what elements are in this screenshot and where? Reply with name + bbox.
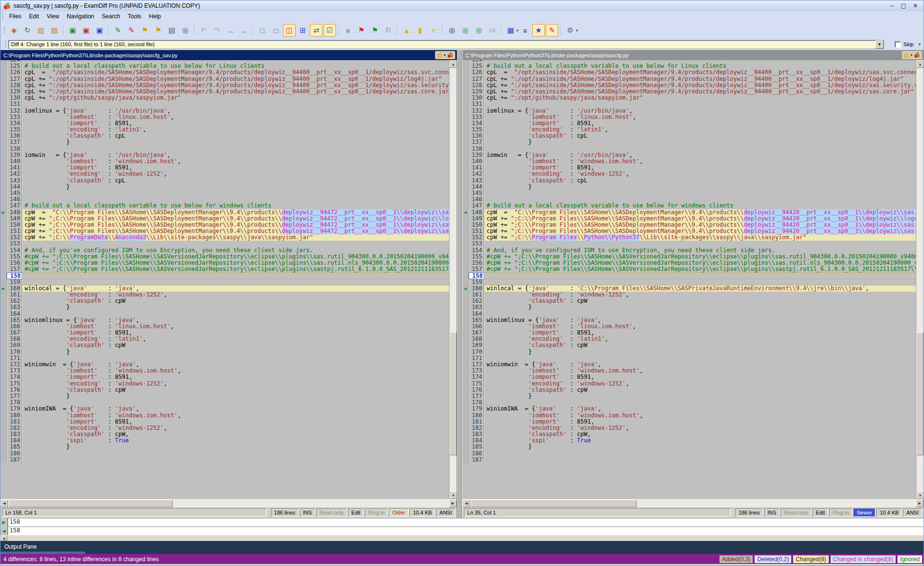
menu-search[interactable]: Search bbox=[98, 12, 124, 21]
scroll-right-icon[interactable]: ▶ bbox=[916, 500, 924, 507]
vertical-scroll-thumb[interactable] bbox=[449, 332, 457, 455]
options-dropdown-icon[interactable]: ▾ bbox=[576, 28, 578, 33]
print-preview-icon[interactable]: ◎ bbox=[179, 24, 192, 37]
code-text: cpW += ";C:\\Program Files\\SASHome\\SAS… bbox=[484, 228, 916, 234]
mark-first-icon[interactable]: ⚑ bbox=[139, 24, 151, 37]
save-both-icon[interactable]: ▣ bbox=[93, 24, 106, 37]
maximize-button[interactable]: ▢ bbox=[901, 2, 906, 9]
open-session-icon[interactable]: ▧ bbox=[48, 24, 61, 37]
code-line: 181 'iomport' : 8591, bbox=[462, 419, 916, 425]
auto-recompare-icon[interactable]: ☑ bbox=[323, 24, 336, 37]
code-text bbox=[22, 457, 449, 463]
synchronize-scroll-icon[interactable]: ⇄ bbox=[310, 24, 322, 37]
vertical-scroll-thumb[interactable] bbox=[916, 332, 924, 455]
recompare-icon[interactable]: ↻ bbox=[21, 24, 34, 37]
show-differences-only-icon[interactable]: ◫ bbox=[283, 24, 295, 37]
previous-diff-icon[interactable]: ▲ bbox=[400, 24, 413, 37]
show-added-lines-icon[interactable]: ⚑ bbox=[355, 24, 368, 37]
code-text: 'classpath' : cpL bbox=[484, 178, 916, 184]
vertical-scrollbar[interactable]: ▲▼ bbox=[916, 60, 924, 499]
split-view-icon[interactable]: ⊞ bbox=[296, 24, 309, 37]
edit-second-icon[interactable]: ✎ bbox=[125, 24, 138, 37]
edit-first-icon[interactable]: ✎ bbox=[112, 24, 124, 37]
code-text: 'sspi' : True bbox=[22, 437, 449, 444]
find-previous-difference-icon[interactable]: ◎ bbox=[473, 24, 485, 37]
copy-to-second-icon[interactable]: → bbox=[224, 24, 237, 37]
menu-navigation[interactable]: Navigation bbox=[63, 12, 98, 21]
gutter-cell bbox=[462, 279, 469, 285]
menu-tools[interactable]: Tools bbox=[124, 12, 145, 21]
scroll-left-icon[interactable]: ◀ bbox=[0, 500, 8, 507]
skip-checkbox[interactable] bbox=[895, 41, 901, 48]
show-identical-lines-icon[interactable]: ≡ bbox=[342, 24, 354, 37]
code-line: 154# And, if you've configured IOM to us… bbox=[462, 247, 916, 254]
horizontal-scroll-thumb[interactable] bbox=[471, 500, 637, 507]
statistics-icon[interactable]: ≡ bbox=[519, 24, 531, 37]
ticker-line-number: 158 bbox=[8, 518, 924, 527]
show-first-pane-icon[interactable]: □ bbox=[256, 24, 269, 37]
editor-options-icon[interactable]: ✎ bbox=[546, 24, 558, 37]
file-dropdown-icon[interactable]: ▾ bbox=[911, 53, 912, 57]
print-icon[interactable]: ▤ bbox=[166, 24, 178, 37]
file-document-icon[interactable]: ▤ bbox=[904, 52, 909, 58]
mini-scroll-left-icon[interactable]: ◀ bbox=[0, 536, 7, 541]
current-diff-icon[interactable]: ▮ bbox=[414, 24, 426, 37]
code-text: 'iomhost' : 'linux.iom.host', bbox=[22, 323, 449, 330]
copy-to-first-icon[interactable]: ← bbox=[238, 24, 250, 37]
menu-grip[interactable] bbox=[2, 13, 3, 20]
code-line: 158 bbox=[0, 272, 449, 279]
code-area[interactable]: 124125# build out a local classpath vari… bbox=[462, 60, 924, 499]
open-files-icon[interactable]: ▥ bbox=[35, 24, 47, 37]
menu-help[interactable]: Help bbox=[145, 12, 165, 21]
save-second-icon[interactable]: ▣ bbox=[80, 24, 92, 37]
scroll-up-icon[interactable]: ▲ bbox=[449, 60, 457, 68]
current-diff-combobox[interactable]: Diff 4: Change 1 line (160, first file) … bbox=[8, 40, 884, 49]
menu-edit[interactable]: Edit bbox=[25, 12, 43, 21]
file-document-icon[interactable]: ▤ bbox=[437, 52, 442, 58]
show-deleted-lines-icon[interactable]: ⚑ bbox=[369, 24, 381, 37]
mark-second-icon[interactable]: ⚑ bbox=[152, 24, 165, 37]
line-number: 158 bbox=[7, 272, 22, 279]
find-next-difference-icon[interactable]: ◎ bbox=[459, 24, 472, 37]
horizontal-scroll-thumb[interactable] bbox=[9, 500, 173, 507]
scroll-up-icon[interactable]: ▲ bbox=[916, 60, 924, 68]
menu-view[interactable]: View bbox=[43, 12, 63, 21]
scroll-right-icon[interactable]: ▶ bbox=[449, 500, 457, 507]
toolbar-grip[interactable] bbox=[4, 26, 5, 34]
scroll-down-icon[interactable]: ▼ bbox=[916, 491, 924, 499]
output-pane-tab[interactable]: Output Pane bbox=[4, 543, 37, 550]
plugins-icon[interactable]: ★ bbox=[532, 24, 545, 37]
undo-icon[interactable]: ↶ bbox=[197, 24, 210, 37]
status-ansi: ANSI bbox=[436, 508, 455, 517]
show-changed-lines-icon[interactable]: ⚐ bbox=[382, 24, 395, 37]
diffbar-grip[interactable] bbox=[5, 40, 6, 48]
code-area[interactable]: 124125# build out a local classpath vari… bbox=[0, 60, 457, 499]
redo-icon[interactable]: ↷ bbox=[211, 24, 223, 37]
save-first-icon[interactable]: ▣ bbox=[66, 24, 79, 37]
close-button[interactable]: ✕ bbox=[913, 2, 918, 9]
match-mode-icon[interactable]: AB bbox=[486, 24, 499, 37]
code-line: 170 } bbox=[0, 349, 449, 355]
menu-files[interactable]: Files bbox=[5, 12, 25, 21]
code-line: 131 bbox=[462, 101, 916, 107]
code-line: 159 bbox=[462, 279, 916, 285]
scroll-left-icon[interactable]: ◀ bbox=[462, 500, 470, 507]
compare-icon[interactable]: ◈ bbox=[8, 24, 20, 37]
vertical-scrollbar[interactable]: ▲▼ bbox=[449, 60, 457, 499]
toolbar-overflow-chevron-icon[interactable]: ▾ bbox=[918, 42, 921, 47]
file-dropdown-icon[interactable]: ▾ bbox=[444, 53, 446, 57]
pane-splitter[interactable] bbox=[457, 50, 462, 518]
options-icon[interactable]: ⚙ bbox=[564, 24, 577, 37]
code-text: cpW += ";C:\\Program Files\\SASHome\\SAS… bbox=[22, 216, 449, 222]
horizontal-scrollbar[interactable]: ◀▶ bbox=[0, 499, 457, 507]
find-icon[interactable]: ◎ bbox=[446, 24, 458, 37]
view-mode-icon[interactable]: ▦ bbox=[504, 24, 517, 37]
code-text: 'iomport' : 8591, bbox=[484, 165, 916, 171]
next-diff-icon[interactable]: ▼ bbox=[427, 24, 440, 37]
show-second-pane-icon[interactable]: □ bbox=[270, 24, 282, 37]
scroll-down-icon[interactable]: ▼ bbox=[449, 491, 457, 499]
minimize-button[interactable]: ─ bbox=[890, 2, 894, 9]
view-mode-dropdown-icon[interactable]: ▾ bbox=[516, 28, 518, 33]
diff-dropdown-button[interactable]: ▼ bbox=[875, 40, 884, 49]
horizontal-scrollbar[interactable]: ◀▶ bbox=[462, 499, 924, 507]
